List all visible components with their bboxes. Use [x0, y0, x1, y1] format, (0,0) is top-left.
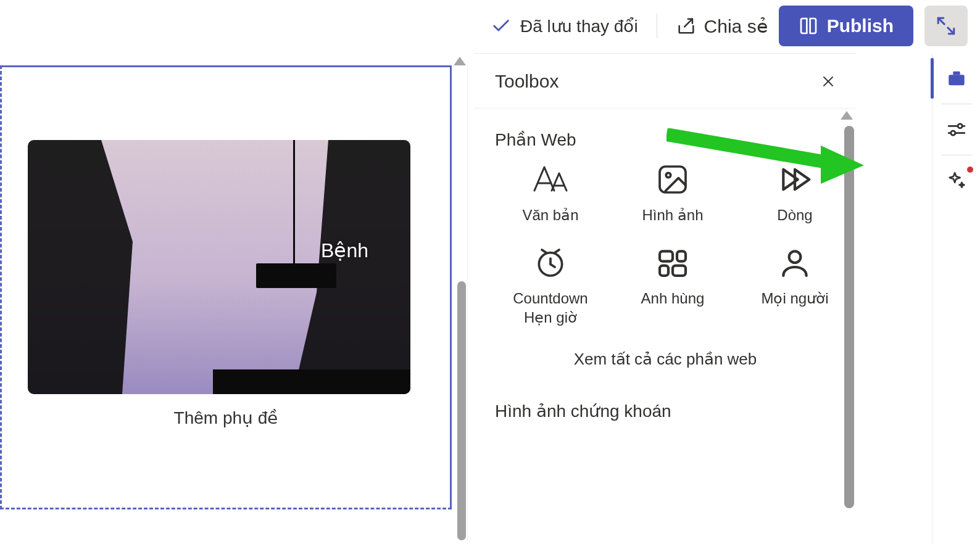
selected-section[interactable]: Bệnh Thêm phụ đề	[0, 65, 452, 509]
webpart-grid: Văn bản Hình ảnh Dòng	[474, 156, 857, 328]
publish-label: Publish	[827, 15, 894, 36]
share-label: Chia sẻ	[704, 15, 768, 37]
webpart-text[interactable]: Văn bản	[495, 162, 606, 225]
svg-rect-13	[660, 252, 673, 262]
image-silhouette	[28, 140, 133, 394]
svg-point-21	[958, 124, 962, 128]
notification-dot	[967, 167, 973, 173]
svg-rect-15	[660, 266, 668, 276]
svg-rect-18	[949, 75, 965, 85]
toolbox-body: Phần Web Văn bản Hình ảnh	[474, 109, 857, 528]
toolbox-panel: Toolbox Phần Web Văn bản	[474, 53, 857, 544]
scroll-up-icon[interactable]	[841, 111, 853, 120]
toolbox-icon	[946, 68, 967, 89]
top-bar: Đã lưu thay đổi Chia sẻ Publish	[0, 0, 980, 52]
saved-label: Đã lưu thay đổi	[520, 16, 638, 36]
collapse-button[interactable]	[924, 6, 968, 46]
rail-settings[interactable]	[932, 104, 981, 155]
webpart-label: Countdown Hẹn giờ	[513, 289, 588, 327]
svg-point-17	[789, 252, 801, 263]
webpart-label: Anh hùng	[641, 289, 705, 308]
webpart-people[interactable]: Mọi người	[739, 245, 850, 327]
svg-line-12	[550, 265, 555, 268]
webpart-label: Hình ảnh	[642, 205, 703, 225]
check-icon	[491, 15, 512, 36]
toolbox-header: Toolbox	[474, 54, 857, 109]
image-silhouette	[293, 140, 295, 263]
share-icon	[676, 15, 697, 36]
image-silhouette	[213, 369, 410, 394]
svg-rect-14	[677, 252, 686, 262]
canvas-scrollbar[interactable]	[455, 65, 467, 544]
webpart-stream[interactable]: Dòng	[739, 162, 850, 225]
webpart-countdown[interactable]: Countdown Hẹn giờ	[495, 245, 606, 327]
webpart-label: Dòng	[777, 205, 812, 225]
svg-rect-16	[673, 266, 686, 276]
stream-icon	[778, 162, 812, 197]
webpart-hero[interactable]: Anh hùng	[617, 245, 728, 327]
hero-icon	[655, 245, 690, 280]
sliders-icon	[946, 119, 967, 140]
scroll-thumb[interactable]	[457, 281, 466, 540]
webpart-image[interactable]: Hình ảnh	[617, 162, 728, 225]
book-icon	[799, 16, 818, 36]
svg-point-7	[666, 173, 670, 177]
close-button[interactable]	[821, 74, 836, 89]
scroll-thumb[interactable]	[844, 126, 854, 508]
sparkle-icon	[946, 170, 967, 191]
divider	[657, 14, 657, 38]
saved-status: Đã lưu thay đổi	[491, 15, 638, 36]
svg-rect-6	[660, 167, 686, 192]
see-all-webparts[interactable]: Xem tất cả các phần web	[474, 328, 857, 375]
toolbox-title: Toolbox	[495, 71, 559, 92]
section-heading-stock: Hình ảnh chứng khoán	[474, 375, 857, 427]
person-icon	[778, 245, 812, 280]
image-overlay-text[interactable]: Bệnh	[321, 239, 368, 262]
svg-rect-19	[953, 72, 960, 75]
scroll-up-icon[interactable]	[454, 57, 466, 65]
webpart-label: Văn bản	[522, 205, 578, 225]
rail-toolbox[interactable]	[932, 53, 981, 104]
webpart-label: Mọi người	[761, 289, 828, 308]
right-rail	[932, 53, 980, 544]
image-webpart[interactable]: Bệnh	[28, 140, 410, 394]
collapse-icon	[936, 15, 957, 36]
publish-button[interactable]: Publish	[779, 6, 913, 46]
clock-icon	[533, 245, 568, 280]
caption-input[interactable]: Thêm phụ đề	[2, 408, 450, 428]
share-button[interactable]: Chia sẻ	[676, 15, 768, 37]
rail-ai[interactable]	[932, 155, 981, 206]
editor-canvas[interactable]: Bệnh Thêm phụ đề	[0, 65, 468, 544]
image-icon	[655, 162, 690, 197]
svg-point-23	[950, 131, 955, 135]
section-heading-webparts: Phần Web	[474, 109, 857, 156]
image-silhouette	[256, 263, 336, 288]
text-icon	[531, 162, 570, 197]
